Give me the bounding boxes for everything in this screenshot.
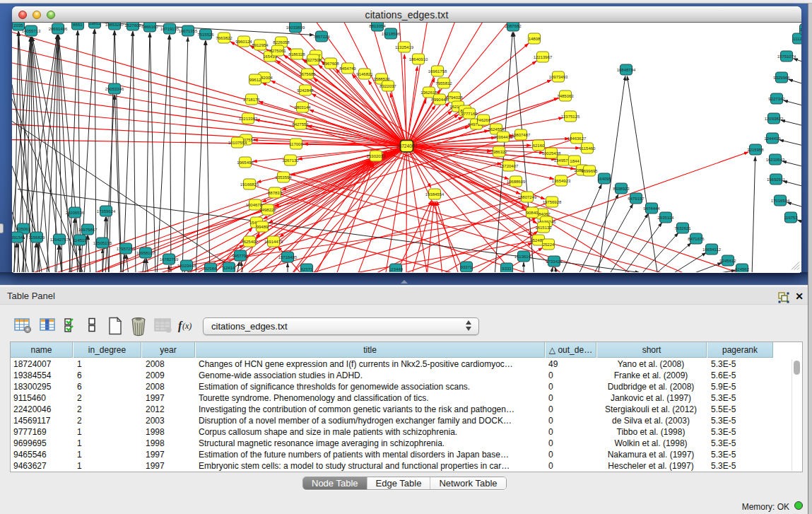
svg-text:9115460: 9115460 [579, 146, 596, 151]
svg-text:3215958: 3215958 [747, 148, 764, 152]
svg-text:12023448: 12023448 [177, 264, 196, 268]
svg-text:18640910: 18640910 [409, 57, 428, 62]
svg-text:3675685: 3675685 [299, 72, 316, 76]
svg-text:12414: 12414 [223, 266, 235, 270]
svg-text:29053346: 29053346 [105, 87, 124, 91]
svg-text:11122: 11122 [793, 37, 801, 41]
svg-text:1353594: 1353594 [275, 175, 292, 180]
svg-text:10654112: 10654112 [702, 247, 722, 252]
svg-text:8938923: 8938923 [613, 187, 630, 191]
svg-text:123448: 123448 [389, 267, 404, 271]
svg-text:15692911: 15692911 [767, 177, 786, 182]
svg-text:2035: 2035 [13, 23, 23, 28]
svg-text:1844: 1844 [570, 159, 579, 163]
svg-text:14055713: 14055713 [22, 29, 41, 33]
svg-text:92584: 92584 [205, 267, 217, 271]
svg-text:8454749: 8454749 [339, 66, 356, 71]
svg-text:10025438: 10025438 [542, 151, 561, 156]
svg-text:12213383: 12213383 [239, 117, 258, 121]
svg-text:8427552: 8427552 [292, 122, 309, 127]
svg-text:10688609: 10688609 [507, 180, 526, 184]
svg-text:114519: 114519 [73, 238, 87, 243]
svg-text:7632621: 7632621 [674, 226, 691, 230]
svg-text:11325419: 11325419 [395, 45, 414, 49]
svg-text:1156829: 1156829 [29, 235, 46, 240]
svg-text:13654923: 13654923 [552, 179, 571, 183]
svg-text:7625402: 7625402 [241, 240, 258, 244]
svg-text:9227342: 9227342 [768, 97, 785, 101]
svg-text:19384554: 19384554 [425, 192, 445, 197]
svg-text:16671355: 16671355 [179, 29, 198, 33]
svg-text:10107554: 10107554 [228, 141, 247, 145]
svg-text:10975867: 10975867 [78, 228, 98, 232]
svg-text:62371: 62371 [301, 267, 313, 271]
svg-text:14808: 14808 [529, 37, 541, 41]
svg-text:746266: 746266 [476, 118, 491, 122]
svg-text:924562: 924562 [735, 267, 750, 271]
svg-text:16033809: 16033809 [286, 25, 305, 30]
svg-text:12213967: 12213967 [534, 55, 553, 59]
svg-text:9960124: 9960124 [235, 40, 252, 44]
svg-text:19218506: 19218506 [382, 32, 401, 36]
svg-text:16961758: 16961758 [428, 69, 447, 74]
svg-text:93371: 93371 [461, 265, 473, 269]
svg-text:1733426: 1733426 [546, 259, 563, 264]
svg-text:9329966: 9329966 [773, 76, 790, 80]
svg-text:25224: 25224 [543, 243, 555, 247]
svg-text:18463627: 18463627 [567, 136, 587, 141]
svg-text:9146821: 9146821 [356, 72, 373, 76]
svg-text:12942757: 12942757 [50, 238, 69, 242]
svg-text:17359924: 17359924 [97, 209, 116, 214]
svg-text:19756928: 19756928 [543, 200, 562, 204]
svg-text:8813054: 8813054 [369, 24, 386, 28]
svg-text:8551: 8551 [73, 23, 83, 27]
svg-text:9327508: 9327508 [305, 58, 322, 62]
svg-text:10973493: 10973493 [549, 75, 568, 79]
svg-text:(x): (x) [182, 321, 192, 331]
svg-text:16782759: 16782759 [160, 257, 179, 262]
svg-text:2803144: 2803144 [294, 105, 311, 110]
svg-text:9777169: 9777169 [461, 112, 478, 116]
svg-text:116753: 116753 [784, 216, 798, 220]
svg-text:19166825: 19166825 [240, 182, 259, 187]
svg-text:9333: 9333 [502, 267, 512, 271]
svg-text:3498222: 3498222 [259, 208, 276, 212]
svg-text:7386322: 7386322 [490, 150, 507, 154]
svg-text:8912954: 8912954 [252, 43, 269, 47]
svg-text:13122: 13122 [800, 28, 801, 32]
svg-text:9245612: 9245612 [719, 259, 736, 263]
svg-text:7663822: 7663822 [216, 36, 233, 40]
svg-text:9242848: 9242848 [297, 88, 314, 93]
svg-text:3624554: 3624554 [488, 127, 505, 132]
svg-text:435061: 435061 [16, 227, 31, 231]
svg-text:18724007: 18724007 [396, 144, 418, 148]
svg-text:8186328: 8186328 [288, 52, 305, 57]
svg-text:2967608: 2967608 [322, 62, 339, 66]
svg-text:12375125: 12375125 [561, 115, 580, 119]
svg-text:12093822: 12093822 [765, 117, 784, 121]
svg-text:117006: 117006 [289, 142, 303, 146]
svg-text:20364436: 20364436 [494, 135, 513, 139]
svg-text:20206536: 20206536 [66, 211, 85, 215]
svg-text:1527602: 1527602 [124, 23, 141, 28]
svg-text:7485063: 7485063 [557, 94, 574, 98]
svg-text:62160: 62160 [533, 144, 545, 148]
svg-text:9474444: 9474444 [643, 206, 660, 211]
svg-text:10719135: 10719135 [160, 27, 180, 31]
svg-text:18807249: 18807249 [518, 195, 537, 199]
svg-text:16210643: 16210643 [766, 158, 785, 162]
svg-text:15720407: 15720407 [500, 164, 519, 168]
svg-text:10807487: 10807487 [512, 133, 531, 137]
svg-text:2718176: 2718176 [243, 98, 260, 102]
svg-text:8471676: 8471676 [688, 237, 705, 241]
svg-text:164095: 164095 [597, 177, 612, 181]
svg-text:7955812: 7955812 [435, 81, 452, 86]
svg-text:15751074: 15751074 [777, 54, 796, 59]
svg-text:16914479: 16914479 [264, 240, 283, 244]
svg-text:8226058: 8226058 [273, 40, 290, 45]
svg-text:20691406: 20691406 [49, 27, 68, 31]
svg-text:2087682: 2087682 [505, 24, 522, 28]
svg-text:1615132: 1615132 [535, 226, 552, 230]
svg-text:6794028: 6794028 [446, 95, 463, 100]
svg-text:10848784: 10848784 [617, 68, 636, 72]
